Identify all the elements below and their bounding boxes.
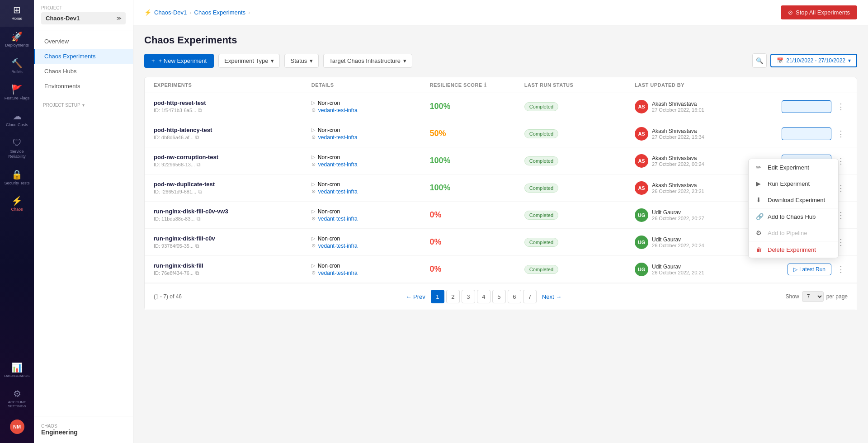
nav-label-dashboards: DASHBOARDS: [4, 374, 29, 378]
breadcrumb-project[interactable]: Chaos-Dev1: [154, 9, 187, 16]
context-menu-add-hub[interactable]: 🔗 Add to Chaos Hub: [749, 208, 838, 225]
delete-icon: 🗑: [756, 246, 763, 253]
copy-id-icon[interactable]: ⧉: [197, 161, 201, 168]
nav-user-avatar[interactable]: NM: [0, 414, 34, 443]
status-filter[interactable]: Status ▾: [284, 54, 319, 68]
exp-name-cell: pod-nw-duplicate-test ID: f26651d9-681..…: [154, 181, 311, 195]
status-arrow-icon: ▾: [310, 57, 313, 64]
copy-id-icon[interactable]: ⧉: [198, 189, 202, 195]
status-cell: Completed: [524, 238, 635, 247]
infra-icon: ⊙: [311, 134, 316, 140]
target-infra-filter[interactable]: Target Chaos Infrastructure ▾: [323, 54, 412, 68]
details-cell: ▷Non-cron ⊙vedant-test-infra: [311, 263, 430, 276]
search-icon: 🔍: [756, 57, 764, 64]
page-1-btn[interactable]: 1: [431, 290, 444, 303]
play-icon: ▷: [311, 100, 315, 106]
user-cell: AS Akash Shrivastava 27 October 2022, 00…: [635, 154, 753, 168]
sidebar-item-environments[interactable]: Environments: [34, 79, 133, 94]
status-badge: Completed: [524, 211, 558, 220]
new-experiment-button[interactable]: + + New Experiment: [144, 54, 214, 68]
copy-id-icon[interactable]: ⧉: [195, 134, 199, 141]
per-page-select[interactable]: 7 10 25: [802, 291, 824, 302]
page-4-btn[interactable]: 4: [477, 290, 491, 303]
nav-item-home[interactable]: ⊞ Home: [0, 0, 34, 27]
stop-all-btn[interactable]: ⊘ Stop All Experiments: [781, 5, 857, 19]
info-icon: ℹ: [484, 82, 487, 88]
infra-link[interactable]: vedant-test-infra: [318, 134, 358, 141]
context-menu-run[interactable]: ▶ Run Experiment: [749, 175, 838, 192]
breadcrumb-chaos-experiments[interactable]: Chaos Experiments: [194, 9, 245, 16]
copy-id-icon[interactable]: ⧉: [195, 270, 199, 276]
nav-item-service-reliability[interactable]: 🛡 Service Reliability: [0, 133, 34, 165]
user-cell: UG Udit Gaurav 26 October 2022, 20:27: [635, 208, 753, 222]
context-menu-download[interactable]: ⬇ Download Experiment: [749, 192, 838, 208]
page-3-btn[interactable]: 3: [462, 290, 475, 303]
content-area: Chaos Experiments + + New Experiment Exp…: [133, 25, 868, 443]
copy-id-icon[interactable]: ⧉: [195, 243, 199, 249]
nav-item-deployments[interactable]: 🚀 Deployments: [0, 27, 34, 53]
details-cell: ▷Non-cron ⊙vedant-test-infra: [311, 208, 430, 222]
sidebar-item-chaos-hubs[interactable]: Chaos Hubs: [34, 64, 133, 79]
nav-item-feature-flags[interactable]: 🚩 Feature Flags: [0, 80, 34, 106]
infra-link[interactable]: vedant-test-infra: [318, 270, 358, 276]
main-content: ⚡ Chaos-Dev1 › Chaos Experiments › ⊘ Sto…: [133, 0, 868, 443]
sidebar-item-overview[interactable]: Overview: [34, 34, 133, 49]
infra-link[interactable]: vedant-test-infra: [318, 216, 358, 222]
more-options-btn[interactable]: ⋮: [834, 264, 848, 275]
nav-item-security-tests[interactable]: 🔒 Security Tests: [0, 165, 34, 191]
date-range-picker[interactable]: 📅 21/10/2022 - 27/10/2022 ▾: [770, 54, 857, 67]
page-7-btn[interactable]: 7: [523, 290, 537, 303]
nav-item-builds[interactable]: 🔨 Builds: [0, 53, 34, 80]
run-icon: ▷: [793, 266, 797, 273]
sidebar-item-chaos-experiments[interactable]: Chaos Experiments: [34, 49, 133, 64]
run-icon: ▶: [756, 180, 763, 187]
next-page-btn[interactable]: Next →: [538, 293, 565, 300]
prev-page-btn[interactable]: ← Prev: [402, 293, 429, 300]
sidebar-footer: CHAOS Engineering: [34, 416, 133, 443]
user-cell: AS Akash Shrivastava 27 October 2022, 15…: [635, 127, 753, 141]
project-name-btn[interactable]: Chaos-Dev1 ≫: [41, 12, 126, 24]
user-cell: UG Udit Gaurav 26 October 2022, 20:21: [635, 263, 753, 276]
latest-run-button[interactable]: ▷ Latest Run: [788, 264, 831, 275]
target-arrow-icon: ▾: [403, 57, 406, 64]
copy-id-icon[interactable]: ⧉: [198, 107, 202, 113]
nav-label-service-reliability: Service Reliability: [2, 149, 32, 159]
infra-link[interactable]: vedant-test-infra: [318, 243, 358, 249]
nav-item-account-settings[interactable]: ⚙ ACCOUNT SETTINGS: [0, 384, 34, 414]
context-menu-delete[interactable]: 🗑 Delete Experiment: [749, 241, 838, 258]
details-cell: ▷Non-cron ⊙vedant-test-infra: [311, 127, 430, 141]
exp-id: ID: 93784f05-35... ⧉: [154, 243, 311, 249]
infra-link[interactable]: vedant-test-infra: [318, 107, 358, 113]
col-last-run-status: LAST RUN STATUS: [524, 82, 635, 88]
play-icon: ▷: [311, 236, 315, 241]
page-5-btn[interactable]: 5: [492, 290, 506, 303]
nav-item-dashboards[interactable]: 📊 DASHBOARDS: [0, 358, 34, 384]
page-6-btn[interactable]: 6: [508, 290, 521, 303]
nav-label-security-tests: Security Tests: [5, 181, 30, 186]
experiment-type-filter[interactable]: Experiment Type ▾: [218, 54, 280, 68]
user-cell: AS Akash Shrivastava 26 October 2022, 23…: [635, 181, 753, 195]
infra-link[interactable]: vedant-test-infra: [318, 189, 358, 195]
search-button[interactable]: 🔍: [752, 53, 767, 68]
context-menu-edit[interactable]: ✏ Edit Experiment: [749, 159, 838, 175]
toolbar: + + New Experiment Experiment Type ▾ Sta…: [144, 53, 857, 68]
details-cell: ▷Non-cron ⊙vedant-test-infra: [311, 181, 430, 195]
col-last-updated-by: LAST UPDATED BY: [635, 82, 753, 88]
page-2-btn[interactable]: 2: [446, 290, 460, 303]
more-options-btn[interactable]: ⋮: [834, 101, 848, 113]
nav-item-cloud-costs[interactable]: ☁ Cloud Costs: [0, 106, 34, 133]
more-options-btn[interactable]: ⋮: [834, 128, 848, 140]
nav-label-cloud-costs: Cloud Costs: [6, 123, 28, 127]
infra-icon: ⊙: [311, 243, 316, 249]
exp-name-cell: run-nginx-disk-fill-c0v ID: 93784f05-35.…: [154, 235, 311, 249]
nav-label-feature-flags: Feature Flags: [5, 96, 30, 101]
table-header: EXPERIMENTS DETAILS RESILIENCE SCORE ℹ L…: [145, 77, 857, 93]
exp-id: ID: db8d6a46-af... ⧉: [154, 134, 311, 141]
exp-name-cell: pod-http-reset-test ID: 1f5471b3-6a5... …: [154, 99, 311, 113]
score-cell: 100%: [430, 156, 524, 165]
infra-link[interactable]: vedant-test-infra: [318, 161, 358, 168]
nav-item-chaos[interactable]: ⚡ Chaos: [0, 191, 34, 217]
details-cell: ▷ Non-cron ⊙ vedant-test-infra: [311, 100, 430, 113]
copy-id-icon[interactable]: ⧉: [197, 216, 201, 222]
account-settings-icon: ⚙: [13, 389, 21, 398]
